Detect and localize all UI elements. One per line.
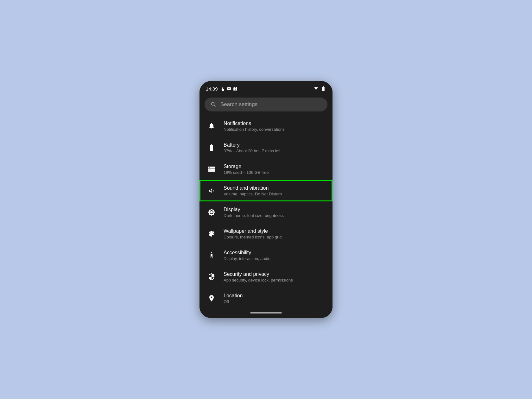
notifications-text: Notifications Notification history, conv…	[224, 121, 326, 132]
sound-title: Sound and vibration	[224, 185, 326, 191]
storage-text: Storage 18% used – 106 GB free	[224, 164, 326, 175]
accessibility-icon-svg	[208, 251, 215, 259]
phone-frame: 14:39 Search settings	[200, 81, 332, 318]
search-icon	[210, 101, 217, 108]
sound-icon	[206, 185, 217, 196]
display-text: Display Dark theme, font size, brightnes…	[224, 207, 326, 218]
accessibility-icon	[206, 250, 217, 261]
display-icon-svg	[208, 208, 215, 216]
home-indicator	[200, 309, 332, 318]
search-bar[interactable]: Search settings	[205, 98, 327, 111]
touch-icon	[220, 86, 225, 91]
notifications-title: Notifications	[224, 121, 326, 126]
display-title: Display	[224, 207, 326, 212]
settings-item-sound[interactable]: Sound and vibration Volume, haptics, Do …	[200, 180, 332, 201]
accessibility-title: Accessibility	[224, 250, 326, 256]
settings-item-accessibility[interactable]: Accessibility Display, interaction, audi…	[200, 244, 332, 266]
storage-icon	[206, 163, 217, 175]
gmail-icon	[227, 86, 231, 91]
wifi-icon	[314, 86, 319, 91]
storage-subtitle: 18% used – 106 GB free	[224, 170, 326, 175]
settings-item-display[interactable]: Display Dark theme, font size, brightnes…	[200, 201, 332, 223]
settings-list: Notifications Notification history, conv…	[200, 115, 332, 309]
storage-title: Storage	[224, 164, 326, 169]
display-subtitle: Dark theme, font size, brightness	[224, 213, 326, 218]
bell-icon	[208, 122, 215, 130]
settings-item-storage[interactable]: Storage 18% used – 106 GB free	[200, 158, 332, 180]
wallpaper-text: Wallpaper and style Colours, themed icon…	[224, 228, 326, 239]
sound-text: Sound and vibration Volume, haptics, Do …	[224, 185, 326, 196]
location-icon	[206, 293, 217, 304]
storage-icon-svg	[208, 165, 215, 173]
battery-icon-settings	[208, 144, 215, 151]
search-bar-container: Search settings	[200, 95, 332, 115]
sim-icon	[233, 86, 238, 91]
sound-icon-svg	[208, 187, 215, 194]
wallpaper-icon-svg	[208, 230, 215, 238]
wallpaper-icon	[206, 228, 217, 239]
accessibility-text: Accessibility Display, interaction, audi…	[224, 250, 326, 261]
location-title: Location	[224, 293, 326, 299]
location-text: Location Off	[224, 293, 326, 304]
security-subtitle: App security, device lock, permissions	[224, 278, 326, 282]
battery-text: Battery 37% – About 20 hrs, 7 mins left	[224, 142, 326, 153]
battery-settings-icon	[206, 142, 217, 153]
sound-subtitle: Volume, haptics, Do Not Disturb	[224, 192, 326, 196]
notifications-subtitle: Notification history, conversations	[224, 127, 326, 132]
location-subtitle: Off	[224, 299, 326, 304]
battery-title: Battery	[224, 142, 326, 148]
wallpaper-title: Wallpaper and style	[224, 228, 326, 234]
accessibility-subtitle: Display, interaction, audio	[224, 256, 326, 261]
battery-icon	[320, 86, 326, 92]
notifications-icon	[206, 120, 217, 132]
security-text: Security and privacy App security, devic…	[224, 271, 326, 282]
location-icon-svg	[208, 294, 215, 302]
display-icon	[206, 206, 217, 218]
status-icons-left	[220, 86, 238, 91]
home-bar	[250, 312, 282, 314]
settings-item-location[interactable]: Location Off	[200, 288, 332, 309]
time-display: 14:39	[206, 86, 218, 92]
security-icon	[206, 271, 217, 282]
battery-subtitle: 37% – About 20 hrs, 7 mins left	[224, 149, 326, 153]
settings-item-battery[interactable]: Battery 37% – About 20 hrs, 7 mins left	[200, 137, 332, 158]
status-left: 14:39	[206, 86, 238, 92]
settings-item-wallpaper[interactable]: Wallpaper and style Colours, themed icon…	[200, 223, 332, 244]
settings-item-notifications[interactable]: Notifications Notification history, conv…	[200, 115, 332, 137]
status-bar: 14:39	[200, 81, 332, 95]
search-placeholder-text: Search settings	[220, 101, 257, 108]
wallpaper-subtitle: Colours, themed icons, app grid	[224, 235, 326, 239]
security-title: Security and privacy	[224, 271, 326, 277]
settings-item-security[interactable]: Security and privacy App security, devic…	[200, 266, 332, 288]
security-icon-svg	[208, 273, 215, 281]
status-right	[314, 86, 326, 92]
